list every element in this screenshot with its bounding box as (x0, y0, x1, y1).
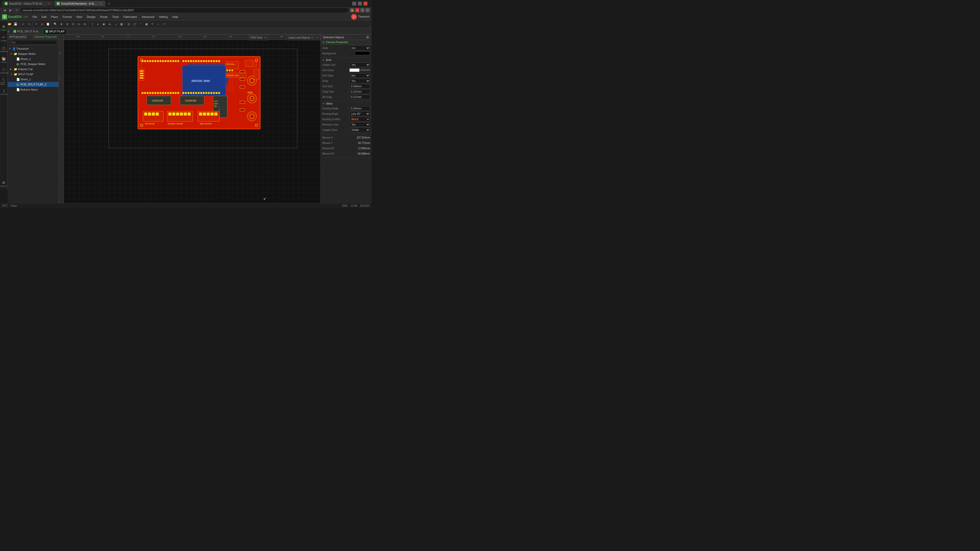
tb-search[interactable]: 🔍 (52, 21, 58, 27)
tb-save[interactable]: 💾 (13, 21, 18, 27)
sidebar-icon-recycle[interactable]: ♻ Recycle (0, 179, 7, 189)
tb-zoom-out[interactable]: ⊖ (64, 21, 70, 27)
tb-fill[interactable]: ▣ (144, 21, 149, 27)
visible-grid-select[interactable]: Yes No (350, 62, 370, 67)
menu-design[interactable]: Design (85, 14, 97, 20)
ext-icon-4[interactable]: ⋮ (366, 8, 369, 12)
snap-size-input[interactable] (350, 89, 370, 94)
grid-size-input[interactable] (350, 84, 370, 89)
tree-root-theirerich[interactable]: ▼ 👤 Theirerich (8, 46, 59, 51)
browser-tab-1[interactable]: E EasyEDA - Online PCB design & circ... … (2, 1, 53, 6)
menu-tools[interactable]: Tools (110, 14, 121, 20)
tree-item-split-flap[interactable]: ▼ 📁 SPLIT FLAP (8, 72, 59, 77)
tree-item-arduino-nano[interactable]: 📄 Arduino Nano (8, 87, 59, 92)
background-color-swatch[interactable] (355, 52, 370, 55)
tree-item-pcb-split-flap-2[interactable]: ▦ PCB_SPLIT FLAP_2 (8, 82, 59, 87)
tb-track[interactable]: ⌰ (132, 21, 138, 27)
menu-place[interactable]: Place (49, 14, 60, 20)
tb-3d[interactable]: 3D (82, 21, 88, 27)
tab-split-flap[interactable]: SPLIT FLAP (43, 29, 67, 34)
browser-tab-2[interactable]: E EasyEDA(Standard) - A Simple an... ✕ (54, 1, 105, 6)
ext-icon-3[interactable]: V (360, 8, 364, 12)
tb-open[interactable]: 📂 (7, 21, 13, 27)
layers-panel[interactable]: Layers and Objects ⚙ ↕ ✕ (286, 35, 321, 40)
tb-via[interactable]: ◎ (126, 21, 132, 27)
refresh-button[interactable]: ↺ (14, 8, 19, 13)
tb-2d[interactable]: 2D (76, 21, 82, 27)
tb-undo[interactable]: ↩ (20, 21, 26, 27)
tb-share[interactable]: ↗ (161, 21, 167, 27)
sidebar-icon-lcsc[interactable]: L LCSC Parts (0, 76, 7, 86)
mouse-dy-value: -50.988mm (346, 152, 370, 155)
tb-arc[interactable]: ◜ (138, 21, 143, 27)
routing-conflict-select[interactable]: Block Highlight Allow (350, 117, 370, 121)
routing-width-input[interactable] (350, 106, 370, 111)
tree-item-pcb-stepper[interactable]: ▦ PCB_Stepper Motor (8, 62, 59, 67)
ext-icon-2[interactable]: ● (355, 8, 360, 12)
tree-item-sheet1-stepper[interactable]: 📄 Sheet_1 (8, 56, 59, 62)
units-select[interactable]: mm mil inch (350, 46, 370, 50)
sidebar-icon-design[interactable]: ✏ Design (0, 33, 7, 43)
toolbar-sep-2 (32, 22, 33, 27)
svg-text:MIN-HALL: MIN-HALL (227, 63, 235, 65)
tb-junction[interactable]: ◉ (101, 21, 107, 27)
sidebar-icon-library[interactable]: 📚 Library (0, 55, 7, 65)
svg-rect-92 (175, 92, 177, 94)
tb-copy[interactable]: ⎘ (39, 21, 45, 27)
tree-item-stepper-motor[interactable]: ▼ 📁 Stepper Motor (8, 51, 59, 56)
maximize-button[interactable]: □ (358, 2, 362, 6)
minimize-button[interactable]: — (352, 2, 356, 6)
ext-icon-1[interactable]: 🔒 (350, 8, 354, 12)
close-button[interactable]: ✕ (363, 2, 368, 6)
svg-rect-71 (200, 60, 202, 62)
sidebar-icon-component[interactable]: ⬡ Component (0, 65, 7, 76)
tb-power[interactable]: ⏚ (113, 21, 118, 27)
tb-wire[interactable]: ⌇ (89, 21, 95, 27)
tb-paste[interactable]: 📋 (45, 21, 51, 27)
mouse-x-row: Mouse-X 107.823mm (322, 135, 370, 140)
tb-cut[interactable]: ✂ (33, 21, 39, 27)
alt-snap-input[interactable] (350, 95, 370, 99)
tb-text[interactable]: T (150, 21, 155, 27)
tab-pcb-split-fla[interactable]: PCB_SPLIT FLA... (11, 29, 43, 34)
new-tab-button[interactable]: + (106, 1, 112, 6)
menu-file[interactable]: File (30, 14, 39, 20)
tb-bus[interactable]: ≡ (95, 21, 101, 27)
menu-advanced[interactable]: Advanced (140, 14, 156, 20)
remove-loop-select[interactable]: Yes No (350, 122, 370, 127)
forward-button[interactable]: ▶ (8, 8, 13, 13)
tb-redo[interactable]: ↪ (26, 21, 32, 27)
menu-setting[interactable]: Setting (157, 14, 170, 20)
copper-zone-row: Copper Zone Visible Hidden (322, 127, 370, 132)
menu-edit[interactable]: Edit (40, 14, 48, 20)
filter-input[interactable] (9, 40, 57, 44)
menu-view[interactable]: View (74, 14, 84, 20)
tb-component[interactable]: ▦ (119, 21, 124, 27)
tab-1-close[interactable]: ✕ (47, 2, 51, 5)
copper-zone-select[interactable]: Visible Hidden (350, 127, 370, 132)
routing-angle-select[interactable]: Line 45° Line 90° Any Angle (350, 111, 370, 116)
canvas-area[interactable]: -100 -50 0 50 100 150 200 (59, 35, 321, 203)
opened-projects-label[interactable]: | Opened Projects(4) (33, 35, 57, 38)
address-bar[interactable]: easyeda.com/editor#id=168fe7eaf1374a15bb… (21, 8, 348, 13)
menu-route[interactable]: Route (98, 14, 110, 20)
sidebar-icon-schematic[interactable]: ◫ Schematic (0, 44, 7, 54)
menu-help[interactable]: Help (170, 14, 180, 20)
tb-zoom-in[interactable]: ⊕ (59, 21, 64, 27)
tb-label[interactable]: A (107, 21, 113, 27)
back-button[interactable]: ◀ (2, 8, 6, 13)
menu-format[interactable]: Format (61, 14, 74, 20)
tb-fit[interactable]: ⊡ (70, 21, 76, 27)
tb-measure[interactable]: ↔ (156, 21, 161, 27)
snap-select[interactable]: Yes No (350, 79, 370, 83)
logo-sub: STD (23, 16, 28, 18)
sidebar-icon-jlcpcb[interactable]: J JLCPCB (0, 87, 7, 97)
grid-color-swatch[interactable] (349, 68, 360, 72)
tree-item-arduino-car[interactable]: ▶ 📁 Arduino Car (8, 67, 59, 72)
sidebar-icon-project[interactable]: ⊞ Project (0, 22, 7, 33)
tree-item-sheet1-split[interactable]: 📄 Sheet_1 (8, 77, 59, 82)
grid-style-select[interactable]: line dot (350, 73, 370, 78)
user-avatar[interactable]: T (351, 14, 357, 20)
tab-2-close[interactable]: ✕ (99, 2, 103, 5)
menu-fabrication[interactable]: Fabrication (121, 14, 139, 20)
